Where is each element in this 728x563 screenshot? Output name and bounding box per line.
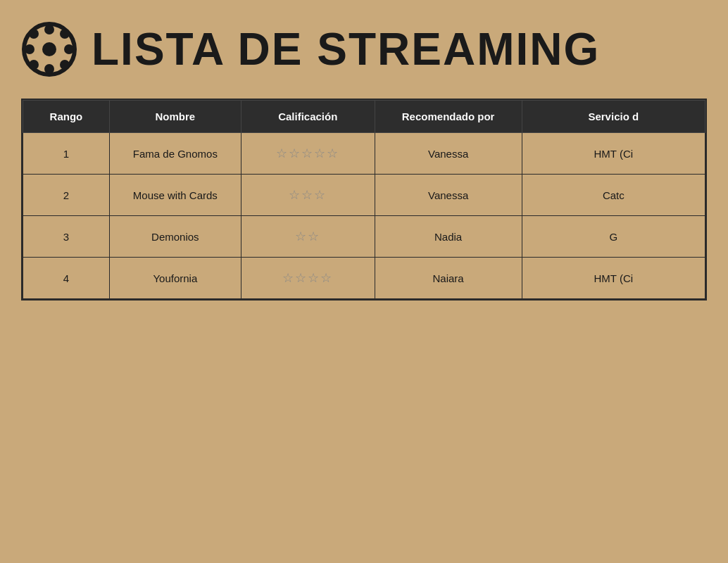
table-header: Rango Nombre Calificación Recomendado po… bbox=[23, 101, 705, 133]
table-row: 3 Demonios ☆☆ Nadia G bbox=[23, 216, 705, 258]
cell-nombre: Mouse with Cards bbox=[109, 175, 241, 216]
cell-rango: 2 bbox=[23, 175, 110, 216]
page-title: LISTA DE STREAMING bbox=[92, 23, 600, 75]
table-row: 2 Mouse with Cards ☆☆☆ Vanessa Catc bbox=[23, 175, 705, 216]
table-body: 1 Fama de Gnomos ☆☆☆☆☆ Vanessa HMT (Ci 2… bbox=[23, 133, 705, 299]
svg-point-9 bbox=[29, 60, 39, 70]
cell-calificacion: ☆☆☆ bbox=[241, 175, 375, 216]
cell-servicio: Catc bbox=[522, 175, 705, 216]
film-icon bbox=[21, 21, 77, 77]
svg-point-4 bbox=[25, 44, 34, 54]
cell-recomendado: Vanessa bbox=[375, 175, 522, 216]
svg-point-8 bbox=[60, 29, 70, 39]
cell-rango: 3 bbox=[23, 216, 110, 258]
col-header-calificacion: Calificación bbox=[241, 101, 375, 133]
cell-rango: 4 bbox=[23, 258, 110, 299]
table-row: 1 Fama de Gnomos ☆☆☆☆☆ Vanessa HMT (Ci bbox=[23, 133, 705, 175]
cell-recomendado: Naiara bbox=[375, 258, 522, 299]
svg-point-3 bbox=[44, 64, 54, 74]
col-header-rango: Rango bbox=[23, 101, 110, 133]
cell-servicio: G bbox=[522, 216, 705, 258]
svg-point-2 bbox=[44, 25, 54, 34]
streaming-table-container: Rango Nombre Calificación Recomendado po… bbox=[21, 99, 707, 301]
cell-calificacion: ☆☆☆☆☆ bbox=[241, 133, 375, 175]
col-header-nombre: Nombre bbox=[109, 101, 241, 133]
cell-nombre: Youfornia bbox=[109, 258, 241, 299]
svg-point-5 bbox=[64, 44, 74, 54]
svg-point-7 bbox=[60, 60, 70, 70]
col-header-recomendado: Recomendado por bbox=[375, 101, 522, 133]
cell-recomendado: Nadia bbox=[375, 216, 522, 258]
cell-servicio: HMT (Ci bbox=[522, 258, 705, 299]
svg-point-1 bbox=[42, 42, 56, 56]
streaming-table: Rango Nombre Calificación Recomendado po… bbox=[23, 100, 705, 299]
cell-nombre: Demonios bbox=[109, 216, 241, 258]
cell-calificacion: ☆☆☆☆ bbox=[241, 258, 375, 299]
table-row: 4 Youfornia ☆☆☆☆ Naiara HMT (Ci bbox=[23, 258, 705, 299]
cell-nombre: Fama de Gnomos bbox=[109, 133, 241, 175]
page-header: LISTA DE STREAMING bbox=[0, 0, 728, 91]
cell-servicio: HMT (Ci bbox=[522, 133, 705, 175]
cell-recomendado: Vanessa bbox=[375, 133, 522, 175]
cell-calificacion: ☆☆ bbox=[241, 216, 375, 258]
table-header-row: Rango Nombre Calificación Recomendado po… bbox=[23, 101, 705, 133]
cell-rango: 1 bbox=[23, 133, 110, 175]
col-header-servicio: Servicio d bbox=[522, 101, 705, 133]
svg-point-6 bbox=[29, 29, 39, 39]
